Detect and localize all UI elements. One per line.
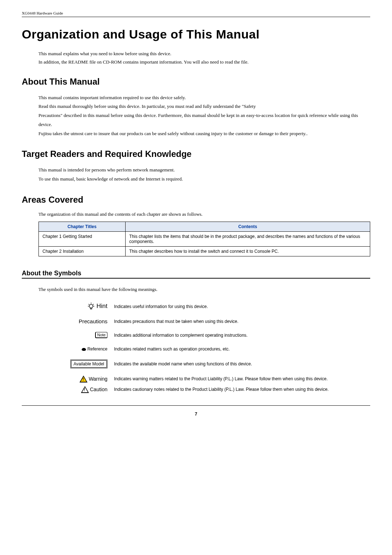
note-icon: Note — [95, 332, 107, 338]
caution-desc: Indicates cautionary notes related to th… — [114, 386, 370, 393]
page-container: XG0448 Hardware Guide Organization and U… — [0, 0, 392, 438]
about-p4: Fujitsu takes the utmost care to insure … — [38, 129, 370, 138]
caution-triangle-icon: ! — [81, 386, 89, 393]
cell-chapter-1-content: This chapter lists the items that should… — [126, 231, 370, 246]
hint-desc: Indicates useful information for using t… — [114, 303, 370, 310]
page-number: 7 — [195, 412, 197, 417]
about-p3: Precautions" described in this manual be… — [38, 111, 370, 129]
symbols-intro: The symbols used in this manual have the… — [38, 287, 370, 292]
about-p2: Read this manual thoroughly before using… — [38, 102, 370, 111]
areas-intro: The organization of this manual and the … — [38, 211, 370, 217]
symbol-note: Note — [38, 332, 114, 338]
symbol-precautions: Precautions — [38, 318, 114, 324]
heading-target-readers: Target Readers and Required Knowledge — [22, 149, 370, 159]
hint-label: Hint — [97, 303, 107, 309]
th-contents: Contents — [126, 222, 370, 231]
table-row: Chapter 2 Installation This chapter desc… — [39, 246, 370, 256]
symbol-hint: Hint — [38, 303, 114, 311]
reference-desc: Indicates related matters such as operat… — [114, 346, 370, 352]
cell-chapter-2-content: This chapter describes how to install th… — [126, 246, 370, 256]
symbol-row-caution: !Caution Indicates cautionary notes rela… — [38, 386, 370, 393]
pointer-icon — [82, 348, 86, 351]
warning-triangle-icon: ! — [79, 376, 87, 382]
heading-about-symbols: About the Symbols — [22, 270, 370, 277]
intro-line-2: In addition, the README file on CD-ROM c… — [38, 58, 370, 66]
target-p1: This manual is intended for persons who … — [38, 166, 370, 175]
symbol-available-model: Available Model — [38, 360, 114, 368]
page-footer: 7 — [22, 405, 370, 417]
symbol-row-warning: !Warning Indicates warning matters relat… — [38, 376, 370, 382]
cell-chapter-2-title: Chapter 2 Installation — [39, 246, 126, 256]
symbol-row-hint: Hint Indicates useful information for us… — [38, 303, 370, 311]
svg-rect-6 — [90, 308, 92, 309]
symbol-caution: !Caution — [38, 386, 114, 393]
svg-line-2 — [89, 304, 89, 305]
table-row: Chapter 1 Getting Started This chapter l… — [39, 231, 370, 246]
cell-chapter-1-title: Chapter 1 Getting Started — [39, 231, 126, 246]
symbol-row-reference: Reference Indicates related matters such… — [38, 346, 370, 352]
precautions-desc: Indicates precautions that must be taken… — [114, 318, 370, 325]
areas-table: Chapter Titles Contents Chapter 1 Gettin… — [38, 222, 370, 256]
note-label: Note — [97, 333, 106, 337]
available-model-desc: Indicates the available model name when … — [114, 361, 370, 367]
reference-label: Reference — [87, 347, 107, 352]
running-header: XG0448 Hardware Guide — [22, 11, 370, 17]
target-readers-body: This manual is intended for persons who … — [38, 166, 370, 183]
th-chapter-titles: Chapter Titles — [39, 222, 126, 231]
table-header-row: Chapter Titles Contents — [39, 222, 370, 231]
caution-label: Caution — [90, 386, 107, 392]
heading-about-manual: About This Manual — [22, 77, 370, 87]
about-p1: This manual contains important informati… — [38, 93, 370, 102]
about-manual-body: This manual contains important informati… — [38, 93, 370, 138]
intro-block: This manual explains what you need to kn… — [38, 49, 370, 66]
symbol-row-note: Note Indicates additional information to… — [38, 332, 370, 339]
intro-line-1: This manual explains what you need to kn… — [38, 49, 370, 58]
svg-point-0 — [89, 304, 93, 308]
doc-title: XG0448 Hardware Guide — [22, 11, 63, 15]
note-desc: Indicates additional information to comp… — [114, 332, 370, 339]
heading-rule — [22, 278, 370, 279]
areas-covered-body: The organization of this manual and the … — [38, 211, 370, 256]
lightbulb-icon — [88, 303, 94, 311]
available-model-label: Available Model — [70, 360, 108, 368]
target-p2: To use this manual, basic knowledge of n… — [38, 175, 370, 184]
symbol-reference: Reference — [38, 347, 114, 352]
symbol-row-available-model: Available Model Indicates the available … — [38, 360, 370, 368]
precautions-label: Precautions — [79, 318, 107, 324]
heading-areas-covered: Areas Covered — [22, 195, 370, 205]
page-title: Organization and Usage of This Manual — [22, 27, 370, 41]
symbols-table: Hint Indicates useful information for us… — [38, 303, 370, 393]
warning-label: Warning — [89, 376, 107, 382]
symbol-row-precautions: Precautions Indicates precautions that m… — [38, 318, 370, 325]
svg-line-3 — [93, 304, 94, 305]
warning-desc: Indicates warning matters related to the… — [114, 376, 370, 382]
symbol-warning: !Warning — [38, 376, 114, 382]
